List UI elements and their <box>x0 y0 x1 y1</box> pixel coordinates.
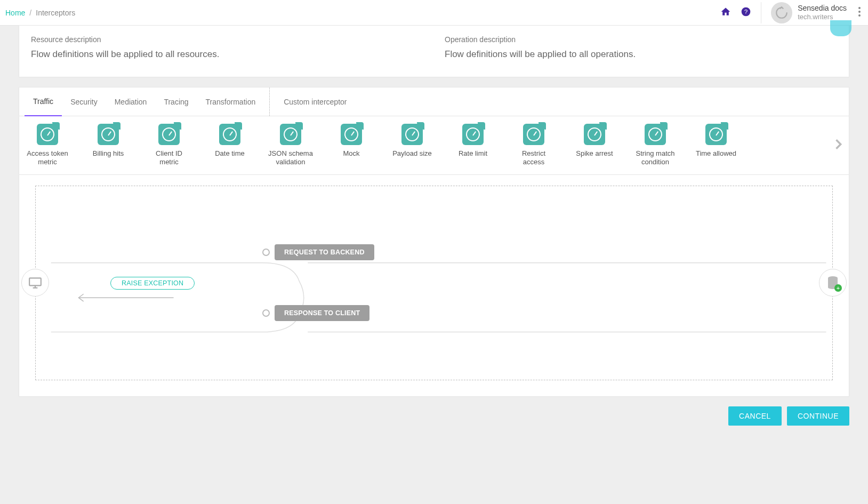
interceptor-palette: Access token metricBilling hitsClient ID… <box>19 116 849 175</box>
resource-description: Resource description Flow definitions wi… <box>31 35 423 60</box>
operation-description-label: Operation description <box>445 35 837 44</box>
gauge-icon <box>645 124 666 145</box>
request-to-backend-pill[interactable]: REQUEST TO BACKEND <box>275 244 374 260</box>
topbar: Home / Interceptors ? Sensedia docs tech… <box>0 0 868 26</box>
interceptor-label: Spike arrest <box>576 149 613 158</box>
tab-security[interactable]: Security <box>62 87 106 116</box>
tab-divider <box>269 87 270 116</box>
flow-canvas[interactable]: + REQUEST TO BACKEND RESPONSE TO CLIENT … <box>35 186 833 380</box>
flow-area: + REQUEST TO BACKEND RESPONSE TO CLIENT … <box>19 175 849 396</box>
interceptor-item[interactable]: Client ID metric <box>146 124 192 167</box>
add-backend-icon[interactable]: + <box>834 284 842 292</box>
request-dot[interactable] <box>262 249 270 256</box>
toggle-chip[interactable] <box>830 20 851 36</box>
svg-point-2 <box>858 7 861 9</box>
interceptor-item[interactable]: JSON schema validation <box>268 124 314 167</box>
interceptor-item[interactable]: Access token metric <box>25 124 70 167</box>
gauge-icon <box>219 124 240 145</box>
gauge-icon <box>98 124 119 145</box>
operation-description-value: Flow definitions will be applied to all … <box>445 49 837 60</box>
resource-description-value: Flow definitions will be applied to all … <box>31 49 423 60</box>
interceptor-label: Billing hits <box>93 149 124 158</box>
interceptor-label: Date time <box>215 149 245 158</box>
interceptor-label: Restrict access <box>511 149 557 167</box>
gauge-icon <box>584 124 605 145</box>
breadcrumb-separator: / <box>29 9 31 17</box>
interceptor-label: Access token metric <box>27 149 68 167</box>
interceptor-item[interactable]: Rate limit <box>450 124 496 158</box>
tab-traffic[interactable]: Traffic <box>25 87 62 116</box>
kebab-menu-icon[interactable] <box>856 7 863 18</box>
topbar-divider <box>761 2 761 23</box>
interceptor-label: Time allowed <box>696 149 736 158</box>
avatar <box>771 2 792 23</box>
tab-tracing[interactable]: Tracing <box>155 87 197 116</box>
gauge-icon <box>37 124 58 145</box>
gauge-icon <box>462 124 484 145</box>
interceptor-item[interactable]: String match condition <box>632 124 678 167</box>
tab-transformation[interactable]: Transformation <box>197 87 264 116</box>
client-node <box>21 269 49 297</box>
flow-lines <box>36 186 832 410</box>
gauge-icon <box>401 124 423 145</box>
interceptor-label: Payload size <box>392 149 432 158</box>
descriptions-card: Resource description Flow definitions wi… <box>19 26 849 77</box>
tab-mediation[interactable]: Mediation <box>106 87 156 116</box>
svg-point-3 <box>858 11 861 13</box>
user-name: Sensedia docs <box>798 4 847 13</box>
breadcrumb: Home / Interceptors <box>5 9 75 17</box>
gauge-icon <box>158 124 180 145</box>
svg-point-4 <box>858 14 861 17</box>
gauge-icon <box>280 124 301 145</box>
response-dot[interactable] <box>262 309 270 317</box>
interceptor-item[interactable]: Billing hits <box>85 124 131 158</box>
scroll-right-icon[interactable] <box>831 137 846 154</box>
backend-node[interactable]: + <box>819 269 847 297</box>
interceptor-label: String match condition <box>636 149 675 167</box>
gauge-icon <box>341 124 362 145</box>
interceptor-item[interactable]: Payload size <box>389 124 435 158</box>
user-text: Sensedia docs tech.writers <box>798 4 847 21</box>
interceptor-label: JSON schema validation <box>268 149 313 167</box>
response-to-client-pill[interactable]: RESPONSE TO CLIENT <box>275 305 369 321</box>
raise-exception-pill[interactable]: RAISE EXCEPTION <box>110 277 195 290</box>
interceptor-item[interactable]: Date time <box>207 124 253 158</box>
interceptor-item[interactable]: Spike arrest <box>572 124 617 158</box>
svg-text:?: ? <box>744 8 748 15</box>
operation-description: Operation description Flow definitions w… <box>445 35 837 60</box>
gauge-icon <box>705 124 727 145</box>
interceptor-item[interactable]: Time allowed <box>693 124 739 158</box>
tabs: Traffic Security Mediation Tracing Trans… <box>19 87 849 116</box>
svg-rect-6 <box>29 278 41 285</box>
resource-description-label: Resource description <box>31 35 423 44</box>
breadcrumb-home[interactable]: Home <box>5 9 25 17</box>
tab-custom[interactable]: Custom interceptor <box>275 87 355 116</box>
breadcrumb-current: Interceptors <box>36 9 75 17</box>
gauge-icon <box>523 124 544 145</box>
interceptor-item[interactable]: Mock <box>328 124 374 158</box>
help-icon[interactable]: ? <box>741 6 751 19</box>
interceptor-label: Mock <box>343 149 359 158</box>
interceptor-item[interactable]: Restrict access <box>511 124 557 167</box>
interceptor-label: Client ID metric <box>146 149 192 167</box>
interceptor-label: Rate limit <box>459 149 487 158</box>
home-icon[interactable] <box>720 6 731 19</box>
interceptors-card: Traffic Security Mediation Tracing Trans… <box>19 87 849 397</box>
